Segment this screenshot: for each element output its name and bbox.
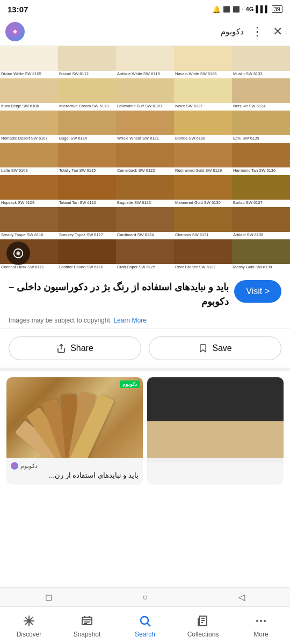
color-cell-r4-c0: Hopsack SW 6109: [0, 175, 58, 207]
color-cell-r1-c3: Ivoire SW 6127: [174, 78, 232, 111]
color-cell-r1-c0: Kilim Beige SW 6106: [0, 78, 58, 111]
color-label-r5-c0: Steady Taupe SW 6110: [0, 232, 58, 239]
color-cell-r3-c1: Totally Tan SW 6115: [58, 143, 116, 175]
color-cell-r3-c2: Camelback SW 6122: [116, 143, 174, 175]
related-section: دکوبوم دکوبوم باید و نبایدهای استفاده از…: [0, 371, 290, 485]
nav-more[interactable]: More: [232, 607, 290, 644]
related-card-1[interactable]: دکوبوم دکوبوم باید و نبایدهای استفاده از…: [6, 377, 143, 485]
browser-header: دکوبوم ⋮ ✕: [0, 17, 290, 46]
notification-icon-3: ⬛: [233, 6, 240, 13]
color-grid: Divine White SW 6105Biscuit SW 6112Antiq…: [0, 46, 290, 272]
nav-search[interactable]: Search: [116, 607, 174, 644]
color-cell-r2-c2: Whole Wheat SW 6121: [116, 111, 174, 143]
content-section: باید و نبایدهای استفاده از رنگ بژ در دکو…: [0, 272, 290, 329]
color-label-r1-c1: Interactive Cream SW 6113: [58, 103, 116, 111]
save-label: Save: [212, 343, 231, 353]
color-label-r5-c3: Chamois SW 6131: [174, 232, 232, 239]
color-cell-r1-c2: Believable Buff SW 6120: [116, 78, 174, 111]
android-nav: ◻ ○ ◁: [0, 587, 290, 606]
related-card-1-title: باید و نبایدهای استفاده از رن...: [11, 471, 139, 480]
color-label-r4-c3: Mannered Gold SW 6130: [174, 200, 232, 207]
color-cell-r6-c1: Leather Bound SW 6118: [58, 239, 116, 272]
color-cell-r3-c4: Harmonic Tan SW 6136: [232, 143, 290, 175]
color-cell-r5-c2: Cardboard SW 6124: [116, 207, 174, 239]
learn-more-link[interactable]: Learn More: [113, 317, 146, 324]
color-cell-r0-c1: Biscuit SW 6112: [58, 46, 116, 78]
share-button[interactable]: Share: [9, 336, 141, 360]
discover-icon: [23, 614, 35, 630]
status-bar: 13:07 🔔 ⬛ ⬛ · 4G ▌▌▌ 39: [0, 0, 290, 17]
visit-button[interactable]: Visit >: [234, 280, 281, 303]
color-cell-r4-c4: Burlap SW 6137: [232, 175, 290, 207]
color-label-r2-c3: Blonde SW 6128: [174, 135, 232, 143]
recent-apps-button[interactable]: ◻: [42, 591, 54, 603]
color-label-r6-c4: Mossy Gold SW 6139: [232, 264, 290, 272]
svg-point-22: [260, 620, 262, 622]
browser-url[interactable]: دکوبوم: [30, 27, 244, 36]
source-name-1: دکوبوم: [20, 463, 38, 470]
color-label-r6-c2: Craft Paper SW 6125: [116, 264, 174, 272]
content-title: باید و نبایدهای استفاده از رنگ بژ در دکو…: [9, 280, 229, 309]
color-cell-r5-c3: Chamois SW 6131: [174, 207, 232, 239]
nav-snapshot[interactable]: Snapshot: [58, 607, 116, 644]
color-cell-r4-c2: Baguette SW 6123: [116, 175, 174, 207]
color-label-r2-c0: Nomadic Desert SW 6107: [0, 135, 58, 143]
signal-icon: ▌▌▌: [256, 5, 270, 13]
copyright-text: Images may be subject to copyright. Lear…: [9, 317, 281, 324]
color-cell-r3-c3: Restrained Gold SW 6129: [174, 143, 232, 175]
collections-icon: [197, 614, 209, 630]
svg-point-23: [264, 620, 266, 622]
color-label-r2-c2: Whole Wheat SW 6121: [116, 135, 174, 143]
color-label-r0-c1: Biscuit SW 6112: [58, 71, 116, 78]
back-button[interactable]: ◁: [236, 591, 248, 603]
color-cell-r5-c0: Steady Taupe SW 6110: [0, 207, 58, 239]
save-button[interactable]: Save: [149, 336, 281, 360]
google-lens-button[interactable]: [6, 241, 30, 265]
more-label: More: [253, 631, 268, 638]
color-cell-r4-c1: Tatami Tan SW 6116: [58, 175, 116, 207]
color-label-r3-c0: Latte SW 6108: [0, 167, 58, 175]
search-icon: [139, 614, 151, 630]
home-button[interactable]: ○: [139, 591, 151, 603]
network-type: 4G: [246, 6, 254, 12]
color-label-r3-c3: Restrained Gold SW 6129: [174, 167, 232, 175]
color-label-r5-c4: Artifact SW 6138: [232, 232, 290, 239]
color-label-r5-c1: Smokey Topaz SW 6117: [58, 232, 116, 239]
color-cell-r0-c0: Divine White SW 6105: [0, 46, 58, 78]
color-grid-wrapper: دکوبوم Divine White SW 6105Biscuit SW 61…: [0, 46, 290, 272]
dot-separator: ·: [242, 6, 244, 12]
color-cell-r6-c4: Mossy Gold SW 6139: [232, 239, 290, 272]
bottom-nav: Discover Snapshot Search: [0, 606, 290, 644]
color-label-r2-c4: Ecru SW 6135: [232, 135, 290, 143]
color-label-r0-c3: Navajo White SW 6126: [174, 71, 232, 78]
nav-collections[interactable]: Collections: [174, 607, 232, 644]
color-cell-r4-c3: Mannered Gold SW 6130: [174, 175, 232, 207]
browser-close-button[interactable]: ✕: [271, 23, 285, 41]
battery-icon: 39: [272, 5, 282, 13]
search-label: Search: [135, 631, 155, 638]
share-label: Share: [70, 343, 93, 353]
nav-discover[interactable]: Discover: [0, 607, 58, 644]
notification-icon-2: ⬛: [223, 6, 230, 13]
related-card-2[interactable]: [147, 377, 284, 485]
color-label-r3-c2: Camelback SW 6122: [116, 167, 174, 175]
related-card-1-source: دکوبوم: [11, 462, 139, 470]
color-cell-r2-c0: Nomadic Desert SW 6107: [0, 111, 58, 143]
color-cell-r3-c0: Latte SW 6108: [0, 143, 58, 175]
color-cell-r0-c2: Antique White SW 6119: [116, 46, 174, 78]
notification-icon-1: 🔔: [212, 5, 221, 13]
related-card-1-info: دکوبوم باید و نبایدهای استفاده از رن...: [6, 458, 143, 485]
svg-line-16: [148, 623, 151, 626]
color-label-r0-c0: Divine White SW 6105: [0, 71, 58, 78]
color-label-r0-c4: Muslin SW 6133: [232, 71, 290, 78]
collections-label: Collections: [187, 631, 219, 638]
color-cell-r5-c4: Artifact SW 6138: [232, 207, 290, 239]
browser-favicon: [5, 22, 25, 41]
browser-menu-button[interactable]: ⋮: [249, 23, 265, 41]
color-label-r6-c3: Relic Bronze SW 6132: [174, 264, 232, 272]
color-cell-r5-c1: Smokey Topaz SW 6117: [58, 207, 116, 239]
svg-point-15: [141, 617, 148, 624]
color-label-r6-c0: Coconut Husk SW 6111: [0, 264, 58, 272]
svg-point-5: [12, 464, 17, 468]
color-label-r5-c2: Cardboard SW 6124: [116, 232, 174, 239]
